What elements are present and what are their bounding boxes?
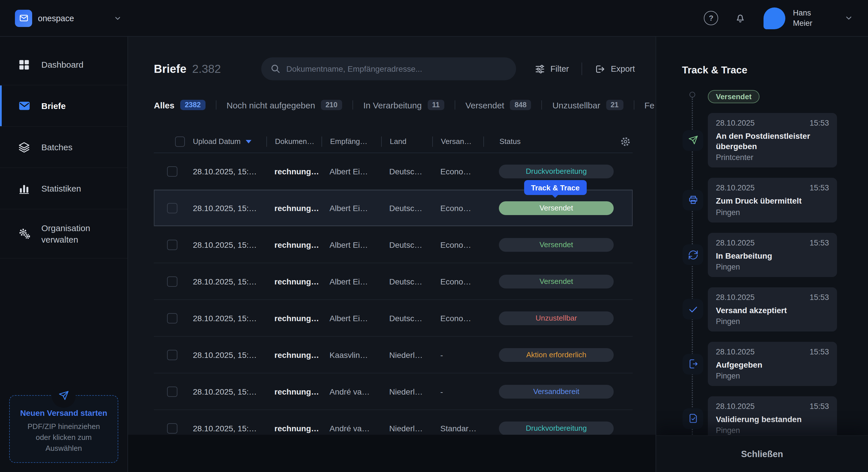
table-row[interactable]: 28.10.2025, 15:… rechnung… Albert Ei… De… [154, 263, 632, 300]
tab-label: Noch nicht aufgegeben [226, 100, 315, 110]
status-badge[interactable]: Aktion erforderlich [499, 348, 614, 362]
dashboard-grid-icon [17, 58, 31, 71]
event-carrier: Pingen [716, 427, 829, 435]
tab-label: Unzustellbar [552, 100, 600, 110]
sidebar-item-briefe[interactable]: Briefe [0, 86, 127, 127]
cell-country: Deutsc… [381, 167, 432, 176]
event-title: An den Postdienstleister übergeben [716, 131, 829, 152]
tab-separator [455, 100, 455, 109]
table-row[interactable]: 28.10.2025, 15:… rechnung… Kaasvlin… Nie… [154, 337, 632, 373]
status-badge[interactable]: Versendet [499, 201, 614, 215]
filter-button[interactable]: Filter [534, 63, 569, 74]
new-shipment-dropzone[interactable]: Neuen Versand starten PDF/ZIP hineinzieh… [9, 395, 118, 463]
sidebar-item-organisation[interactable]: Organisation verwalten [0, 209, 127, 259]
search-input[interactable] [286, 64, 507, 73]
help-icon[interactable] [704, 11, 718, 25]
new-shipment-hint: PDF/ZIP hineinziehen oder klicken zum Au… [16, 422, 112, 454]
filter-sliders-icon [534, 63, 546, 74]
tab-clipped[interactable]: Fe [644, 100, 654, 110]
track-trace-tooltip: Track & Trace [524, 180, 586, 195]
event-time: 15:53 [809, 119, 829, 127]
brand-menu[interactable]: onespace [15, 9, 122, 27]
row-checkbox[interactable] [167, 276, 177, 286]
tracking-event-card: 28.10.2025 15:53 Versand akzeptiert Ping… [708, 287, 837, 332]
row-checkbox[interactable] [167, 313, 177, 323]
cell-country: Niederl… [381, 350, 432, 359]
row-checkbox[interactable] [167, 386, 177, 397]
cell-document: rechnung… [267, 203, 321, 212]
tracking-event-card: 28.10.2025 15:53 Validierung bestanden P… [708, 396, 837, 440]
sidebar-item-batches[interactable]: Batches [0, 127, 127, 168]
briefe-surface: Briefe 2.382 Filter [128, 37, 656, 435]
bar-chart-icon [17, 182, 31, 195]
column-land[interactable]: Land [381, 136, 432, 146]
event-time: 15:53 [809, 347, 829, 356]
row-checkbox[interactable] [167, 349, 177, 360]
table-header: Upload Datum Dokumen… Empfäng… Land Vers… [154, 130, 632, 153]
event-date: 28.10.2025 [716, 402, 755, 411]
select-all-checkbox[interactable] [175, 136, 185, 146]
cell-country: Deutsc… [381, 277, 432, 286]
status-tabs: Alles 2382 Noch nicht aufgegeben 210 In … [128, 95, 656, 115]
cell-upload-date: 28.10.2025, 15:… [185, 387, 267, 396]
sidebar: Dashboard Briefe Batches Statistiken Org… [0, 37, 128, 472]
status-badge[interactable]: Versendet [499, 274, 614, 288]
column-upload-datum[interactable]: Upload Datum [185, 136, 267, 146]
track-trace-panel: Track & Trace Versendet 28.10.2025 15:53… [656, 37, 868, 472]
document-check-icon [683, 408, 703, 429]
column-status[interactable]: Status [484, 136, 632, 146]
check-icon [683, 299, 703, 320]
onespace-logo-icon [15, 9, 32, 27]
table-row-selected[interactable]: 28.10.2025, 15:… rechnung… Albert Ei… De… [154, 190, 632, 227]
printer-icon [683, 190, 703, 210]
column-empfaenger[interactable]: Empfäng… [321, 136, 381, 146]
cell-shipping: - [432, 350, 484, 359]
sidebar-item-statistiken[interactable]: Statistiken [0, 168, 127, 209]
row-checkbox[interactable] [167, 166, 177, 176]
column-versand[interactable]: Versan… [432, 136, 484, 146]
cell-recipient: André va… [321, 424, 381, 433]
status-badge[interactable]: Versandbereit [499, 384, 614, 398]
cell-recipient: Albert Ei… [321, 240, 381, 249]
tab-separator [216, 100, 216, 109]
table-row[interactable]: 28.10.2025, 15:… rechnung… Albert Ei… De… [154, 227, 632, 263]
event-title: Validierung bestanden [716, 414, 829, 425]
table-row[interactable]: 28.10.2025, 15:… rechnung… André va… Nie… [154, 373, 632, 410]
cell-recipient: Albert Ei… [321, 203, 381, 212]
column-dokument[interactable]: Dokumen… [267, 136, 321, 146]
close-button[interactable]: Schließen [656, 435, 868, 472]
cell-document: rechnung… [267, 167, 321, 176]
tab-alles[interactable]: Alles 2382 [154, 100, 205, 110]
status-badge[interactable]: Druckvorbereitung [499, 421, 614, 435]
tab-unzustellbar[interactable]: Unzustellbar 21 [552, 100, 623, 110]
close-button-label: Schließen [741, 449, 783, 459]
table-settings-gear-icon[interactable] [619, 135, 631, 147]
tab-noch-nicht-aufgegeben[interactable]: Noch nicht aufgegeben 210 [226, 100, 342, 110]
table-row[interactable]: 28.10.2025, 15:… rechnung… André va… Nie… [154, 410, 632, 435]
tab-versendet[interactable]: Versendet 848 [466, 100, 531, 110]
user-avatar[interactable] [764, 7, 785, 29]
cell-recipient: Albert Ei… [321, 313, 381, 323]
tab-count-badge: 210 [321, 100, 342, 110]
page-title: Briefe [154, 62, 186, 75]
event-date: 28.10.2025 [716, 184, 755, 193]
export-button[interactable]: Export [595, 63, 635, 74]
user-name[interactable]: Hans Meier [793, 8, 812, 28]
sidebar-item-dashboard[interactable]: Dashboard [0, 44, 127, 86]
tab-in-verarbeitung[interactable]: In Verarbeitung 11 [363, 100, 444, 110]
column-label: Empfäng… [330, 137, 367, 146]
user-menu-chevron-icon[interactable] [844, 14, 853, 22]
row-checkbox[interactable] [167, 203, 177, 213]
tab-count-badge: 2382 [180, 100, 206, 110]
status-badge[interactable]: Versendet [499, 238, 614, 251]
cell-upload-date: 28.10.2025, 15:… [185, 203, 267, 212]
toolbar-divider [582, 63, 582, 75]
table-row[interactable]: 28.10.2025, 15:… rechnung… Albert Ei… De… [154, 300, 632, 337]
status-badge[interactable]: Unzustellbar [499, 311, 614, 325]
row-checkbox[interactable] [167, 423, 177, 433]
notifications-bell-icon[interactable] [734, 12, 746, 24]
event-title: Aufgegeben [716, 360, 829, 370]
status-badge[interactable]: Druckvorbereitung [499, 164, 614, 178]
row-checkbox[interactable] [167, 239, 177, 250]
cell-document: rechnung… [267, 313, 321, 323]
